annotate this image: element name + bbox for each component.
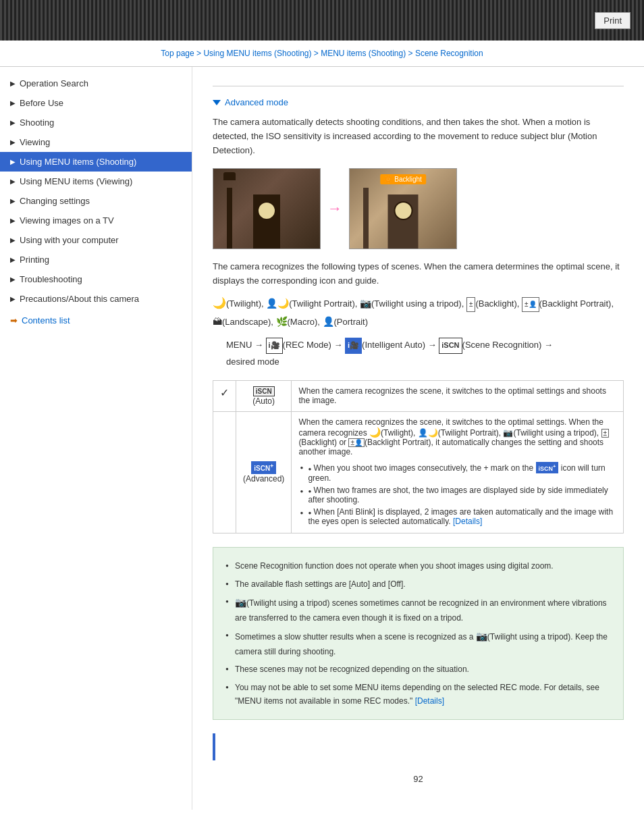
- check-cell: ✓: [213, 381, 236, 412]
- header-bar: Print: [0, 0, 644, 41]
- backlight-badge: 🔆 Backlight: [380, 174, 426, 184]
- sidebar-item-precautions[interactable]: ▶ Precautions/About this camera: [0, 289, 192, 309]
- note-item: 📷(Twilight using a tripod) scenes someti…: [225, 593, 611, 627]
- description-auto: When the camera recognizes the scene, it…: [292, 381, 624, 412]
- notes-list: Scene Recognition function does not oper…: [225, 557, 611, 710]
- sidebar-item-shooting[interactable]: ▶ Shooting: [0, 113, 192, 132]
- advanced-mode-label: Advanced mode: [225, 97, 288, 107]
- sidebar-label: Using MENU items (Shooting): [20, 157, 136, 167]
- scene-rec-icon: iSCN: [439, 338, 462, 354]
- rec-mode-icon: i🎥: [266, 338, 283, 354]
- arrow-transition-icon: →: [327, 200, 342, 217]
- sidebar-item-viewing-tv[interactable]: ▶ Viewing images on a TV: [0, 211, 192, 230]
- check-cell-advanced: [213, 412, 236, 533]
- contents-link-label: Contents list: [22, 315, 70, 325]
- breadcrumb-menu-items[interactable]: MENU items (Shooting): [321, 49, 406, 58]
- contents-list-link[interactable]: ➡ Contents list: [0, 309, 192, 332]
- arrow-icon: ▶: [10, 80, 16, 87]
- menu-path: MENU → i🎥(REC Mode) → i🎥(Intelligent Aut…: [226, 337, 624, 369]
- sidebar-item-operation-search[interactable]: ▶ Operation Search: [0, 74, 192, 93]
- icon-cell-advanced: iSCN+(Advanced): [236, 412, 292, 533]
- sidebar-label: Viewing: [20, 137, 50, 147]
- notes-box: Scene Recognition function does not oper…: [213, 547, 624, 720]
- arrow-right-icon: ➡: [10, 315, 18, 325]
- arrow-icon: ▶: [10, 99, 16, 107]
- page-number: 92: [213, 767, 624, 791]
- main-layout: ▶ Operation Search ▶ Before Use ▶ Shooti…: [0, 67, 644, 810]
- details-link-1[interactable]: [Details]: [453, 517, 482, 526]
- checkmark-icon: ✓: [220, 387, 229, 398]
- sidebar-label: Using MENU items (Viewing): [20, 176, 132, 186]
- print-button[interactable]: Print: [595, 12, 630, 29]
- sidebar-label: Precautions/About this camera: [20, 294, 139, 304]
- arrow-icon: ▶: [10, 256, 16, 263]
- sidebar-label: Operation Search: [20, 78, 88, 88]
- arrow-icon: ▶: [10, 119, 16, 126]
- arrow-icon: ▶: [10, 178, 16, 185]
- details-link-2[interactable]: [Details]: [415, 696, 444, 706]
- after-image: 🔆 Backlight: [349, 168, 457, 249]
- note-item: Scene Recognition function does not oper…: [225, 557, 611, 575]
- breadcrumb-top[interactable]: Top page: [161, 49, 194, 58]
- section-divider: [213, 86, 624, 86]
- iscn-advanced-icon: iSCN+: [251, 461, 276, 473]
- recognize-text: The camera recognizes the following type…: [213, 260, 624, 288]
- info-table: ✓ iSCN (Auto) When the camera recognizes…: [213, 380, 624, 533]
- advanced-mode-section: Advanced mode: [213, 97, 624, 107]
- breadcrumb-current: Scene Recognition: [415, 49, 483, 58]
- sidebar-label: Printing: [20, 255, 49, 265]
- note-item: These scenes may not be recognized depen…: [225, 660, 611, 678]
- intro-text: The camera automatically detects shootin…: [213, 115, 624, 157]
- arrow-icon: ▶: [10, 236, 16, 244]
- breadcrumb: Top page > Using MENU items (Shooting) >…: [0, 41, 644, 67]
- iscn-auto-icon: iSCN: [253, 386, 275, 396]
- sidebar-label: Changing settings: [20, 196, 90, 206]
- lamp-post-2: [363, 188, 369, 249]
- note-item: The available flash settings are [Auto] …: [225, 575, 611, 593]
- sidebar-item-using-computer[interactable]: ▶ Using with your computer: [0, 230, 192, 250]
- lamp-post: [227, 188, 232, 249]
- sidebar-item-changing-settings[interactable]: ▶ Changing settings: [0, 191, 192, 211]
- sidebar: ▶ Operation Search ▶ Before Use ▶ Shooti…: [0, 67, 192, 810]
- arrow-icon: ▶: [10, 295, 16, 303]
- blue-accent-bar: [213, 733, 215, 760]
- sidebar-label: Shooting: [20, 118, 54, 128]
- table-row-auto: ✓ iSCN (Auto) When the camera recognizes…: [213, 381, 624, 412]
- description-advanced: When the camera recognizes the scene, it…: [292, 412, 624, 533]
- arrow-icon: ▶: [10, 197, 16, 205]
- before-image: [213, 168, 321, 249]
- arrow-icon: ▶: [10, 217, 16, 224]
- sidebar-item-using-menu-shooting[interactable]: ▶ Using MENU items (Shooting): [0, 152, 192, 172]
- main-content: Advanced mode The camera automatically d…: [192, 67, 644, 810]
- arrow-icon: ▶: [10, 276, 16, 283]
- lamp-head: [223, 172, 236, 180]
- sidebar-item-before-use[interactable]: ▶ Before Use: [0, 93, 192, 113]
- backlight-icon: 🔆: [384, 176, 392, 183]
- sidebar-label: Before Use: [20, 98, 63, 108]
- backlight-label: Backlight: [394, 176, 422, 183]
- clock-face-2: [394, 201, 412, 220]
- scene-icons: 🌙(Twilight), 👤🌙(Twilight Portrait), 📷(Tw…: [213, 294, 624, 330]
- sidebar-label: Viewing images on a TV: [20, 215, 114, 226]
- arrow-icon: ▶: [10, 158, 16, 165]
- clock-face: [257, 201, 276, 220]
- arrow-icon: ▶: [10, 138, 16, 146]
- icon-cell-auto: iSCN (Auto): [236, 381, 292, 412]
- breadcrumb-menu-shooting[interactable]: Using MENU items (Shooting): [203, 49, 311, 58]
- triangle-down-icon: [213, 100, 221, 105]
- intelligent-auto-icon: i🎥: [345, 338, 362, 354]
- sidebar-label: Using with your computer: [20, 235, 119, 245]
- sidebar-item-viewing[interactable]: ▶ Viewing: [0, 132, 192, 152]
- sidebar-item-troubleshooting[interactable]: ▶ Troubleshooting: [0, 269, 192, 289]
- note-item: Sometimes a slow shutter results when a …: [225, 627, 611, 660]
- images-row: → 🔆 Backlight: [213, 168, 624, 249]
- clock-tower: [253, 194, 280, 249]
- sidebar-label: Troubleshooting: [20, 274, 82, 284]
- table-row-advanced: iSCN+(Advanced) When the camera recogniz…: [213, 412, 624, 533]
- note-item: You may not be able to set some MENU ite…: [225, 679, 611, 710]
- clock-tower-2: [388, 194, 419, 249]
- sidebar-item-using-menu-viewing[interactable]: ▶ Using MENU items (Viewing): [0, 172, 192, 191]
- sidebar-item-printing[interactable]: ▶ Printing: [0, 250, 192, 269]
